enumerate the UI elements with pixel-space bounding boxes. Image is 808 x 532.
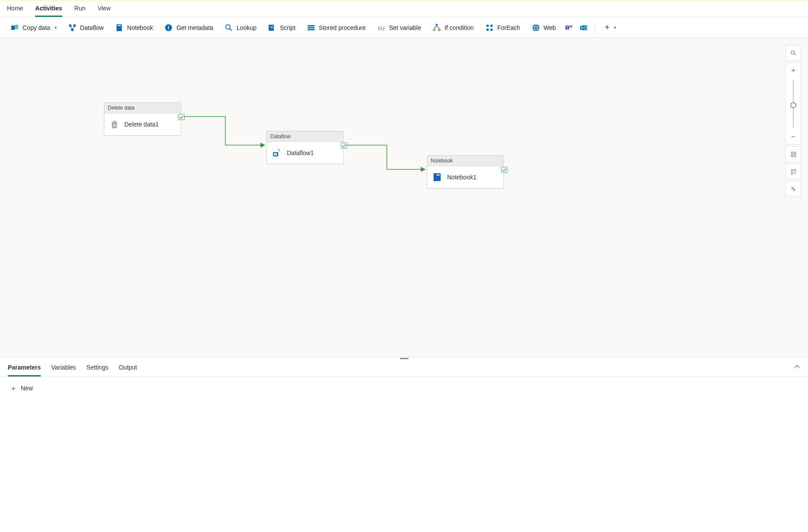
panel-collapse-button[interactable]	[794, 364, 800, 371]
toolbar-label: Stored procedure	[319, 24, 366, 31]
bottom-tab-parameters[interactable]: Parameters	[8, 360, 41, 376]
node-type-label: Delete data	[104, 103, 181, 114]
bottom-panel: Parameters Variables Settings Output ＋ N…	[0, 357, 808, 532]
new-parameter-button[interactable]: ＋ New	[10, 383, 33, 393]
svg-rect-38	[276, 153, 277, 156]
toolbar-more[interactable]: + ▾	[600, 20, 620, 35]
svg-line-10	[230, 29, 232, 31]
chevron-down-icon: ▾	[614, 25, 616, 30]
outlook-icon: O	[579, 23, 588, 32]
zoom-slider-thumb[interactable]	[790, 102, 796, 108]
tab-activities[interactable]: Activities	[35, 1, 62, 17]
tab-run[interactable]: Run	[75, 1, 86, 17]
toolbar-stored-procedure[interactable]: Stored procedure	[302, 21, 370, 35]
toolbar-set-variable[interactable]: (x) Set variable	[373, 21, 425, 35]
bottom-tab-settings[interactable]: Settings	[87, 360, 109, 376]
node-delete-data[interactable]: Delete data Delete data1	[104, 102, 181, 136]
svg-rect-45	[792, 153, 795, 156]
stored-proc-icon	[307, 23, 315, 32]
new-label: New	[21, 385, 33, 392]
search-icon	[224, 23, 233, 32]
minimize-button[interactable]	[785, 181, 801, 197]
notebook-node-icon	[432, 172, 443, 183]
toolbar-outlook[interactable]: O	[578, 21, 590, 35]
svg-point-18	[433, 29, 435, 31]
notebook-icon	[115, 23, 123, 32]
toolbar-foreach[interactable]: ForEach	[481, 21, 525, 35]
svg-rect-14	[308, 27, 315, 28]
toolbar-if-condition[interactable]: If condition	[428, 21, 478, 35]
tab-home[interactable]: Home	[7, 1, 23, 17]
svg-point-42	[791, 51, 795, 54]
variable-icon: (x)	[377, 23, 386, 32]
svg-rect-40	[434, 173, 435, 181]
plus-icon: ＋	[10, 383, 17, 393]
teams-icon: T	[565, 23, 573, 32]
toolbar-web[interactable]: Web	[527, 21, 561, 35]
toolbar-lookup[interactable]: Lookup	[220, 21, 261, 35]
toolbar-label: Lookup	[237, 24, 256, 31]
svg-rect-0	[11, 26, 15, 30]
node-name: Notebook1	[447, 174, 477, 181]
bottom-tab-output[interactable]: Output	[119, 360, 137, 376]
success-badge[interactable]	[341, 143, 347, 149]
toolbar-separator	[595, 23, 595, 33]
bottom-panel-body: ＋ New	[0, 377, 808, 532]
foreach-icon	[485, 23, 494, 32]
node-name: Delete data1	[124, 121, 159, 128]
toolbar-teams[interactable]: T	[563, 21, 575, 35]
trash-icon	[109, 119, 120, 130]
info-icon: i	[164, 23, 173, 32]
toolbar-dataflow[interactable]: Dataflow	[64, 21, 108, 35]
toolbar-get-metadata[interactable]: i Get metadata	[160, 21, 217, 35]
tab-view[interactable]: View	[97, 1, 110, 17]
svg-rect-37	[274, 153, 275, 156]
success-badge[interactable]	[501, 167, 507, 173]
auto-layout-button[interactable]	[785, 164, 801, 179]
svg-rect-21	[490, 25, 493, 27]
success-badge[interactable]	[178, 114, 185, 120]
svg-rect-17	[435, 23, 438, 26]
dataflow-node-icon	[271, 147, 282, 159]
toolbar-label: Get metadata	[176, 24, 213, 31]
chevron-down-icon: ▾	[55, 25, 57, 30]
zoom-slider[interactable]	[793, 80, 794, 127]
toolbar-label: Script	[280, 24, 295, 31]
zoom-out-button[interactable]: −	[785, 129, 801, 145]
canvas-search-button[interactable]	[785, 45, 801, 61]
svg-rect-47	[794, 169, 796, 171]
canvas-side-rail: ＋ −	[785, 45, 801, 197]
node-notebook[interactable]: Notebook Notebook1	[427, 155, 504, 188]
web-icon	[532, 23, 540, 32]
toolbar-label: Set variable	[389, 24, 421, 31]
plus-icon: +	[605, 23, 610, 32]
script-icon	[268, 23, 276, 32]
zoom-in-button[interactable]: ＋	[785, 62, 801, 78]
toolbar-label: Notebook	[127, 24, 153, 31]
dataflow-icon	[68, 23, 77, 32]
toolbar-label: If condition	[445, 24, 474, 31]
toolbar-label: Copy data	[23, 24, 50, 31]
svg-text:i: i	[168, 25, 169, 31]
pipeline-canvas[interactable]: Delete data Delete data1 Dataflow Datafl…	[0, 38, 808, 357]
svg-point-29	[570, 25, 572, 28]
toolbar-script[interactable]: Script	[263, 21, 300, 35]
toolbar-notebook[interactable]: Notebook	[110, 21, 157, 35]
node-dataflow[interactable]: Dataflow Dataflow1	[266, 131, 344, 164]
svg-line-43	[794, 54, 795, 55]
bottom-tab-variables[interactable]: Variables	[51, 360, 76, 376]
svg-text:(x): (x)	[378, 25, 384, 31]
svg-rect-22	[487, 29, 489, 31]
toolbar-label: Dataflow	[80, 24, 104, 31]
toolbar-label: ForEach	[497, 24, 520, 31]
toolbar-copy-data[interactable]: Copy data ▾	[6, 21, 61, 35]
svg-rect-6	[117, 25, 121, 26]
svg-rect-23	[490, 29, 493, 31]
svg-rect-20	[487, 25, 489, 27]
copy-data-icon	[10, 23, 19, 32]
svg-rect-41	[436, 175, 440, 175]
zoom-fit-button[interactable]	[785, 146, 801, 162]
svg-rect-46	[791, 169, 793, 171]
node-type-label: Dataflow	[267, 131, 343, 142]
svg-rect-1	[15, 25, 18, 29]
